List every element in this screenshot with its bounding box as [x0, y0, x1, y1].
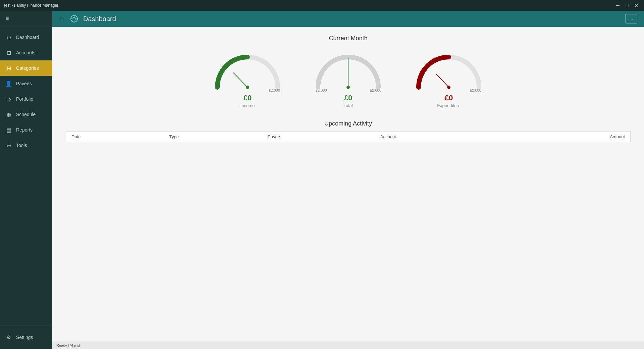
tools-icon: ⊕	[5, 142, 12, 149]
sidebar-label-tools: Tools	[16, 143, 27, 148]
sidebar-label-dashboard: Dashboard	[16, 35, 39, 40]
activity-table: Date Type Payee Account Amount	[66, 131, 631, 142]
statusbar: Ready [74 ms]	[52, 341, 644, 349]
app-container: ≡ ⊙ Dashboard ⊞ Accounts ⊞ Categories 👤 …	[0, 11, 644, 349]
total-gauge: -£2,000 £2,000 £0 Total	[308, 49, 388, 108]
svg-point-15	[447, 86, 450, 89]
total-amount: £0	[344, 94, 352, 102]
sidebar-label-portfolio: Portfolio	[16, 96, 33, 102]
svg-text:£2,000: £2,000	[269, 88, 280, 92]
sidebar-label-payees: Payees	[16, 81, 32, 86]
restore-button[interactable]: □	[624, 2, 631, 9]
svg-point-8	[246, 86, 249, 89]
expenditure-label: Expenditure	[437, 103, 460, 108]
upcoming-section: Upcoming Activity Date Type Payee Accoun…	[66, 120, 631, 142]
titlebar: test - Family Finance Manager ─ □ ✕	[0, 0, 644, 11]
page-title: Dashboard	[83, 15, 620, 23]
expenditure-gauge-svg: £2,000	[412, 49, 486, 92]
sidebar-item-schedule[interactable]: ▦ Schedule	[0, 107, 52, 122]
portfolio-icon: ◇	[5, 96, 12, 102]
sidebar-item-tools[interactable]: ⊕ Tools	[0, 138, 52, 153]
sidebar-label-schedule: Schedule	[16, 112, 36, 117]
sidebar-label-settings: Settings	[16, 335, 33, 340]
col-type: Type	[164, 132, 262, 142]
main-area: ← Dashboard ··· Current Month	[52, 11, 644, 349]
back-button[interactable]: ←	[59, 15, 65, 22]
income-label: Income	[240, 103, 255, 108]
sidebar-footer: ⚙ Settings	[0, 325, 52, 349]
sidebar-label-categories: Categories	[16, 65, 39, 71]
accounts-icon: ⊞	[5, 50, 12, 56]
sidebar-label-reports: Reports	[16, 127, 33, 133]
svg-point-1	[73, 17, 75, 20]
col-amount: Amount	[504, 132, 631, 142]
expenditure-gauge: £2,000 £0 Expenditure	[409, 49, 489, 108]
hamburger-icon[interactable]: ≡	[5, 15, 9, 22]
col-payee: Payee	[262, 132, 375, 142]
main-content: Current Month £2,000	[52, 27, 644, 341]
sidebar-item-reports[interactable]: ▤ Reports	[0, 122, 52, 138]
app-logo	[70, 15, 78, 22]
dashboard-icon: ⊙	[5, 34, 12, 41]
table-header: Date Type Payee Account Amount	[66, 132, 631, 142]
current-month-title: Current Month	[66, 35, 631, 42]
close-button[interactable]: ✕	[633, 2, 640, 9]
sidebar-item-categories[interactable]: ⊞ Categories	[0, 60, 52, 76]
payees-icon: 👤	[5, 81, 12, 87]
more-options-button[interactable]: ···	[625, 14, 637, 23]
reports-icon: ▤	[5, 127, 12, 133]
categories-icon: ⊞	[5, 65, 12, 71]
sidebar-header: ≡	[0, 11, 52, 27]
minimize-button[interactable]: ─	[614, 2, 621, 9]
sidebar-label-accounts: Accounts	[16, 50, 36, 55]
sidebar-item-accounts[interactable]: ⊞ Accounts	[0, 45, 52, 60]
app-header: ← Dashboard ···	[52, 11, 644, 27]
total-label: Total	[343, 103, 353, 108]
status-text: Ready [74 ms]	[56, 343, 80, 347]
sidebar-nav: ⊙ Dashboard ⊞ Accounts ⊞ Categories 👤 Pa…	[0, 27, 52, 325]
gauges-row: £2,000 £0 Income -£2,000	[66, 49, 631, 108]
sidebar-item-portfolio[interactable]: ◇ Portfolio	[0, 91, 52, 107]
svg-text:£2,000: £2,000	[470, 88, 481, 92]
col-date: Date	[66, 132, 164, 142]
income-gauge: £2,000 £0 Income	[207, 49, 288, 108]
total-gauge-svg: -£2,000 £2,000	[311, 49, 385, 92]
schedule-icon: ▦	[5, 111, 12, 118]
sidebar-item-dashboard[interactable]: ⊙ Dashboard	[0, 30, 52, 45]
svg-text:£2,000: £2,000	[370, 88, 381, 92]
svg-point-12	[346, 86, 350, 89]
income-amount: £0	[244, 94, 252, 102]
settings-icon: ⚙	[5, 334, 12, 341]
svg-line-7	[233, 73, 248, 87]
expenditure-amount: £0	[445, 94, 453, 102]
sidebar-item-payees[interactable]: 👤 Payees	[0, 76, 52, 91]
income-gauge-svg: £2,000	[211, 49, 284, 92]
upcoming-title: Upcoming Activity	[66, 120, 631, 127]
svg-text:-£2,000: -£2,000	[314, 88, 327, 92]
table-header-row: Date Type Payee Account Amount	[66, 132, 631, 142]
svg-line-14	[436, 74, 449, 87]
sidebar: ≡ ⊙ Dashboard ⊞ Accounts ⊞ Categories 👤 …	[0, 11, 52, 349]
titlebar-controls: ─ □ ✕	[614, 2, 640, 9]
sidebar-item-settings[interactable]: ⚙ Settings	[0, 330, 52, 345]
col-account: Account	[375, 132, 504, 142]
titlebar-title: test - Family Finance Manager	[4, 3, 614, 8]
